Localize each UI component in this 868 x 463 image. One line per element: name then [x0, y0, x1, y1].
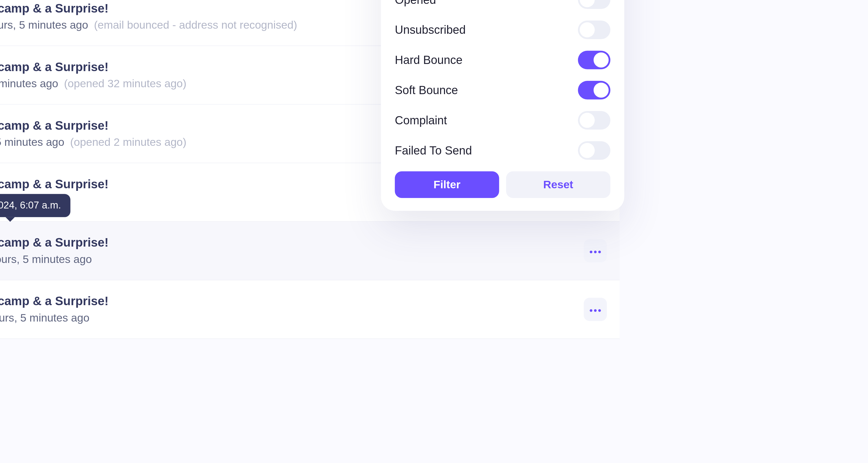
- filter-toggle[interactable]: [578, 81, 610, 99]
- svg-point-45: [594, 251, 596, 253]
- svg-point-54: [594, 309, 596, 312]
- row-menu-button[interactable]: [584, 239, 607, 262]
- filter-option-label: Opened: [395, 0, 436, 6]
- email-row-body: Welcome to The Creators Bootcamp & a Sur…: [0, 294, 567, 324]
- filter-option: Complaint: [395, 111, 610, 130]
- email-row-subject: Welcome to The Creators Bootcamp & a Sur…: [0, 294, 567, 308]
- filter-option: Opened: [395, 0, 610, 9]
- filter-option-label: Complaint: [395, 114, 447, 127]
- svg-point-44: [590, 251, 592, 253]
- filter-apply-button[interactable]: Filter: [395, 171, 499, 198]
- email-row-time: 3 hours, 5 minutes ago: [0, 136, 64, 149]
- email-row-meta: inspector@gadget.com 3 hours, 5 minutes …: [0, 312, 567, 324]
- filter-option: Unsubscribed: [395, 21, 610, 39]
- email-row-subject: Welcome to The Creators Bootcamp & a Sur…: [0, 236, 567, 250]
- app-root: Search Status Delivered Opened Unsubscri…: [0, 0, 625, 334]
- ellipsis-icon: [589, 245, 602, 256]
- ellipsis-icon: [589, 304, 602, 315]
- email-row-time: 3 hours, 5 minutes ago: [0, 312, 89, 324]
- email-row-note: (opened 2 minutes ago): [70, 136, 186, 149]
- row-menu-button[interactable]: [584, 298, 607, 321]
- svg-point-46: [598, 251, 601, 253]
- svg-point-53: [590, 309, 592, 312]
- filter-option: Hard Bounce: [395, 51, 610, 69]
- filter-toggle[interactable]: [578, 111, 610, 130]
- email-row-time: 3 hours, 5 minutes ago: [0, 78, 58, 90]
- email-row-meta: roadrunner@acme.com 3 hours, 5 minutes a…: [0, 253, 567, 266]
- filter-option: Failed To Send: [395, 141, 610, 160]
- email-row[interactable]: Welcome to The Creators Bootcamp & a Sur…: [0, 280, 620, 339]
- filter-option-label: Soft Bounce: [395, 83, 458, 97]
- filter-panel: Status Delivered Opened Unsubscribed Har…: [381, 0, 624, 211]
- filter-option-label: Hard Bounce: [395, 53, 463, 66]
- svg-point-55: [598, 309, 601, 312]
- email-row-note: (email bounced - address not recognised): [94, 19, 297, 32]
- filter-toggle[interactable]: [578, 141, 610, 160]
- email-row-note: (opened 32 minutes ago): [64, 78, 187, 90]
- email-row[interactable]: Welcome to The Creators Bootcamp & a Sur…: [0, 222, 620, 280]
- filter-toggle[interactable]: [578, 0, 610, 9]
- filter-reset-button[interactable]: Reset: [506, 171, 610, 198]
- filter-option-label: Failed To Send: [395, 144, 472, 157]
- filter-option: Soft Bounce: [395, 81, 610, 99]
- filter-actions: Filter Reset: [395, 171, 610, 198]
- email-row-time: 3 hours, 5 minutes ago: [0, 19, 88, 32]
- filter-option-label: Unsubscribed: [395, 23, 466, 36]
- filter-toggle[interactable]: [578, 51, 610, 69]
- email-row-body: Welcome to The Creators Bootcamp & a Sur…: [0, 236, 567, 266]
- timestamp-tooltip: 13 Mar 2024, 6:07 a.m.: [0, 194, 70, 217]
- email-row-time: 3 hours, 5 minutes ago: [0, 253, 92, 266]
- filter-toggle[interactable]: [578, 21, 610, 39]
